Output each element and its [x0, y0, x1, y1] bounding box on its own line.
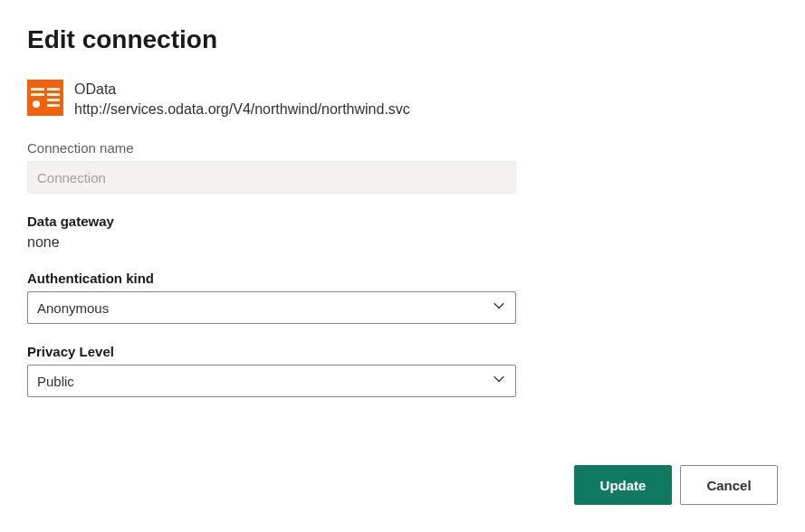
privacy-level-group: Privacy Level Public: [27, 344, 778, 397]
odata-icon: [27, 80, 63, 116]
update-button[interactable]: Update: [574, 465, 672, 505]
auth-kind-selected: Anonymous: [37, 300, 109, 316]
connection-name-label: Connection name: [27, 140, 778, 156]
auth-kind-label: Authentication kind: [27, 271, 778, 286]
svg-rect-0: [27, 80, 63, 116]
cancel-button[interactable]: Cancel: [680, 465, 778, 505]
connection-name-group: Connection name: [27, 140, 778, 194]
svg-point-1: [33, 100, 40, 108]
svg-rect-3: [31, 93, 44, 96]
privacy-level-label: Privacy Level: [27, 344, 778, 359]
data-gateway-label: Data gateway: [27, 214, 778, 229]
button-row: Update Cancel: [574, 465, 778, 505]
svg-rect-7: [47, 104, 60, 107]
connection-name-input[interactable]: [27, 161, 516, 194]
data-gateway-value: none: [27, 234, 778, 251]
privacy-level-select[interactable]: Public: [27, 365, 516, 397]
svg-rect-2: [31, 88, 44, 90]
auth-kind-group: Authentication kind Anonymous: [27, 271, 778, 324]
source-url: http://services.odata.org/V4/northwind/n…: [74, 100, 410, 119]
privacy-level-selected: Public: [37, 374, 74, 389]
svg-rect-6: [47, 99, 60, 101]
auth-kind-select[interactable]: Anonymous: [27, 291, 516, 324]
svg-rect-4: [47, 88, 60, 90]
source-name: OData: [74, 80, 410, 100]
source-row: OData http://services.odata.org/V4/north…: [27, 80, 778, 119]
data-gateway-group: Data gateway none: [27, 214, 778, 251]
page-title: Edit connection: [27, 25, 778, 54]
svg-rect-5: [47, 93, 60, 96]
